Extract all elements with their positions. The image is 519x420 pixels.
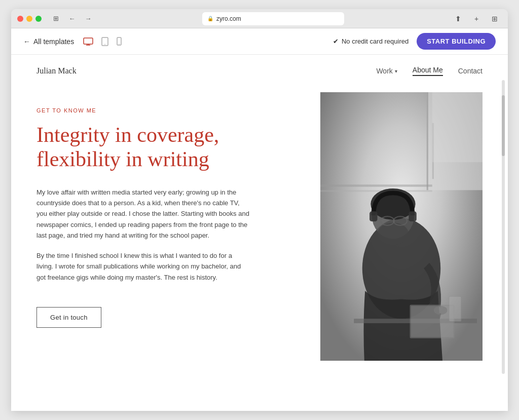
window-toggle-button[interactable]: ⊞ [49, 12, 63, 26]
toolbar-right: ✔ No credit card required START BUILDING [333, 33, 496, 50]
svg-rect-0 [84, 38, 93, 44]
nav-about-link[interactable]: About Me [413, 66, 443, 76]
get-in-touch-button[interactable]: Get in touch [36, 307, 101, 328]
paragraph-2: By the time I finished school I knew thi… [36, 250, 249, 283]
no-cc-badge: ✔ No credit card required [333, 37, 409, 45]
paragraph-1: My love affair with written media starte… [36, 187, 249, 241]
address-bar-container: 🔒 zyro.com [99, 12, 447, 25]
traffic-lights [17, 16, 42, 22]
scrollbar[interactable] [502, 80, 505, 374]
svg-point-4 [104, 44, 105, 45]
share-button[interactable]: ⬆ [451, 12, 465, 26]
back-nav-button[interactable]: ← [65, 12, 79, 26]
no-cc-label: No credit card required [342, 37, 409, 45]
close-button[interactable] [17, 16, 23, 22]
content-left: GET TO KNOW ME Integrity in coverage, fl… [36, 87, 300, 408]
browser-titlebar: ⊞ ← → 🔒 zyro.com ⬆ + ⊞ [11, 9, 508, 28]
lock-icon: 🔒 [207, 16, 213, 21]
grid-button[interactable]: ⊞ [488, 12, 502, 26]
desktop-view-button[interactable] [81, 35, 95, 48]
photo-frame [320, 92, 483, 361]
browser-right-controls: ⬆ + ⊞ [451, 12, 502, 26]
maximize-button[interactable] [35, 16, 42, 22]
all-templates-label: All templates [33, 37, 74, 46]
content-area: GET TO KNOW ME Integrity in coverage, fl… [11, 87, 508, 408]
section-label: GET TO KNOW ME [36, 107, 300, 113]
device-icons [81, 35, 124, 48]
url-text: zyro.com [216, 15, 241, 22]
toolbar-left: ← All templates [23, 35, 333, 48]
mobile-view-button[interactable] [115, 35, 124, 48]
svg-rect-28 [320, 92, 483, 361]
site-logo: Julian Mack [36, 66, 77, 75]
app-toolbar: ← All templates [11, 28, 508, 55]
nav-work-link[interactable]: Work ▾ [376, 67, 397, 75]
svg-point-6 [119, 44, 119, 44]
website-preview: Julian Mack Work ▾ About Me Contact GET … [11, 55, 508, 411]
back-arrow-icon: ← [23, 37, 30, 46]
tablet-view-button[interactable] [99, 35, 110, 48]
content-right [320, 87, 483, 408]
new-tab-button[interactable]: + [469, 12, 484, 26]
chevron-down-icon: ▾ [395, 68, 397, 74]
site-navigation: Julian Mack Work ▾ About Me Contact [11, 55, 508, 87]
forward-nav-button[interactable]: → [81, 12, 95, 26]
site-nav-links: Work ▾ About Me Contact [376, 66, 483, 76]
headline: Integrity in coverage, flexibility in wr… [36, 123, 300, 172]
start-building-button[interactable]: START BUILDING [417, 33, 496, 50]
nav-contact-link[interactable]: Contact [458, 67, 483, 75]
browser-controls: ⊞ ← → [49, 12, 95, 26]
scrollbar-thumb[interactable] [502, 95, 505, 156]
checkmark-icon: ✔ [333, 37, 339, 45]
back-to-templates-button[interactable]: ← All templates [23, 37, 74, 46]
minimize-button[interactable] [26, 16, 32, 22]
address-bar[interactable]: 🔒 zyro.com [202, 12, 344, 25]
